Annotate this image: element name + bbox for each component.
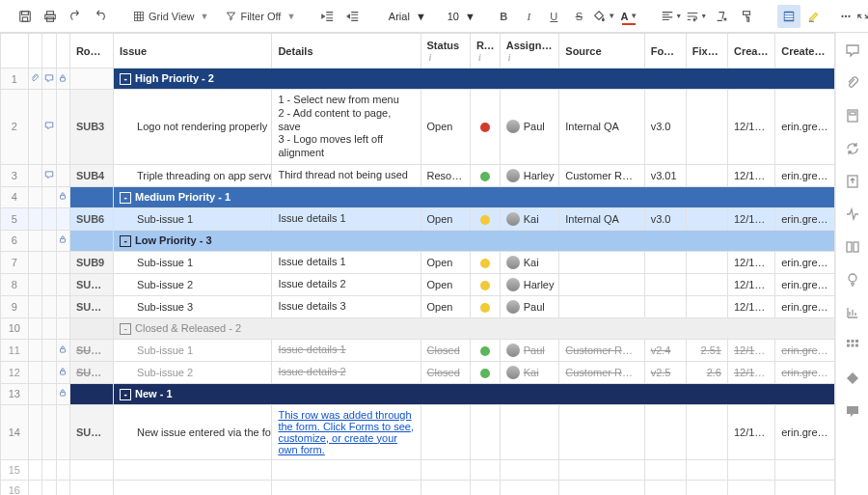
col-details[interactable]: Details [272, 34, 420, 69]
table-row[interactable]: 7SUB9Sub-issue 1Issue details 1OpenKai12… [1, 251, 835, 273]
found-in-cell[interactable] [644, 404, 686, 459]
expand-icon[interactable]: - [120, 389, 131, 400]
chart-icon[interactable] [843, 303, 862, 322]
assigned-cell[interactable]: Paul [500, 295, 559, 317]
align-button[interactable]: ▼ [660, 5, 683, 28]
created-by-cell[interactable]: erin.greunke@ [775, 295, 835, 317]
created-by-cell[interactable]: erin.greunke@ [775, 339, 835, 361]
section-row[interactable]: 1-High Priority - 2 [1, 69, 835, 90]
ryg-cell[interactable] [470, 339, 500, 361]
created-cell[interactable]: 12/12/19 7 [727, 90, 774, 165]
status-cell[interactable]: Open [420, 295, 470, 317]
section-row[interactable]: 4-Medium Priority - 1 [1, 186, 835, 207]
fixed-in-cell[interactable]: 2.51 [686, 339, 727, 361]
clear-format-button[interactable] [710, 5, 733, 28]
fixed-in-cell[interactable] [686, 207, 727, 230]
comments-icon[interactable] [843, 41, 862, 60]
col-source[interactable]: Source [559, 34, 644, 69]
issue-cell[interactable]: Triple threading on app servers [114, 164, 272, 186]
source-cell[interactable]: Customer Reported [559, 339, 644, 361]
font-size-dropdown[interactable]: 10 ▼ [444, 8, 478, 25]
status-cell[interactable]: Open [420, 273, 470, 295]
source-cell[interactable]: Customer Reported [559, 164, 644, 186]
created-by-cell[interactable]: erin.greunke@ [775, 273, 835, 295]
details-cell[interactable]: Third thread not being used [272, 164, 420, 186]
font-family-dropdown[interactable]: Arial ▼ [378, 8, 436, 25]
assigned-cell[interactable]: Harley [500, 164, 559, 186]
sheet[interactable]: Row ID Issue Details Statusi RYGi Assign… [0, 33, 835, 495]
apps-icon[interactable] [843, 336, 862, 355]
empty-row[interactable]: 15 [1, 459, 835, 480]
col-fixed-in[interactable]: Fixed In [686, 34, 727, 69]
found-in-cell[interactable]: v3.01 [644, 164, 686, 186]
section-row[interactable]: 10-Closed & Released - 2 [1, 317, 835, 339]
fixed-in-cell[interactable] [686, 295, 727, 317]
source-cell[interactable] [559, 251, 644, 273]
col-created[interactable]: Created [727, 34, 774, 69]
fixed-in-cell[interactable] [686, 164, 727, 186]
activity-icon[interactable] [843, 205, 862, 224]
highlight-button[interactable] [802, 5, 826, 28]
text-color-button[interactable]: A ▼ [617, 5, 640, 28]
status-cell[interactable]: Open [420, 90, 470, 165]
grid-view-dropdown[interactable]: Grid View ▼ [125, 8, 216, 25]
created-cell[interactable]: 12/12/19 7 [727, 361, 774, 383]
ryg-cell[interactable] [470, 273, 500, 295]
fixed-in-cell[interactable] [686, 251, 727, 273]
col-issue[interactable]: Issue [114, 34, 272, 69]
found-in-cell[interactable]: v2.5 [644, 361, 686, 383]
table-row[interactable]: 5SUB6Sub-issue 1Issue details 1OpenKaiIn… [1, 207, 835, 230]
tag-icon[interactable] [843, 369, 862, 388]
assigned-cell[interactable]: Paul [500, 339, 559, 361]
assigned-cell[interactable]: Kai [500, 207, 559, 230]
issue-cell[interactable]: Sub-issue 1 [114, 207, 272, 230]
italic-button[interactable]: I [517, 5, 540, 28]
outdent-button[interactable] [316, 5, 339, 28]
table-row[interactable]: 14SUB16New issue entered via the formThi… [1, 404, 835, 459]
save-button[interactable] [14, 5, 37, 28]
created-cell[interactable]: 12/12/19 7 [727, 251, 774, 273]
source-cell[interactable] [559, 404, 644, 459]
status-cell[interactable]: Closed [420, 361, 470, 383]
issue-cell[interactable]: Sub-issue 1 [114, 251, 272, 273]
created-by-cell[interactable]: erin.greunke@ [775, 207, 835, 230]
ryg-cell[interactable] [470, 404, 500, 459]
tips-icon[interactable] [843, 270, 862, 289]
issue-cell[interactable]: Sub-issue 2 [114, 273, 272, 295]
col-status[interactable]: Statusi [420, 34, 470, 69]
col-row-id[interactable]: Row ID [69, 34, 113, 69]
conditional-format-button[interactable] [777, 5, 800, 28]
assigned-cell[interactable]: Harley [500, 273, 559, 295]
ryg-cell[interactable] [470, 90, 500, 165]
col-found-in[interactable]: Found In [644, 34, 686, 69]
found-in-cell[interactable]: v2.4 [644, 339, 686, 361]
expand-icon[interactable]: - [120, 235, 131, 247]
ryg-cell[interactable] [470, 207, 500, 230]
expand-icon[interactable]: - [120, 73, 131, 85]
status-cell[interactable]: Open [420, 251, 470, 273]
ryg-cell[interactable] [470, 251, 500, 273]
source-cell[interactable]: Internal QA [559, 90, 644, 165]
print-button[interactable] [39, 5, 62, 28]
underline-button[interactable]: U [542, 5, 565, 28]
format-painter-button[interactable] [735, 5, 758, 28]
collapse-button[interactable] [856, 5, 868, 28]
issue-cell[interactable]: Logo not rendering properly in IE [114, 90, 272, 165]
table-row[interactable]: 12SUB14Sub-issue 2Issue details 2ClosedK… [1, 361, 835, 383]
found-in-cell[interactable]: v3.0 [644, 90, 686, 165]
section-row[interactable]: 13-New - 1 [1, 383, 835, 404]
details-cell[interactable]: Issue details 2 [272, 273, 420, 295]
created-by-cell[interactable]: erin.greunke@ [775, 361, 835, 383]
details-cell[interactable]: Issue details 2 [272, 361, 420, 383]
details-cell[interactable]: Issue details 1 [272, 339, 420, 361]
issue-cell[interactable]: Sub-issue 3 [114, 295, 272, 317]
details-cell[interactable]: Issue details 1 [272, 207, 420, 230]
col-assigned[interactable]: Assigned Toi [500, 34, 559, 69]
issue-cell[interactable]: Sub-issue 2 [114, 361, 272, 383]
assigned-cell[interactable] [500, 404, 559, 459]
status-cell[interactable]: Open [420, 207, 470, 230]
section-row[interactable]: 6-Low Priority - 3 [1, 230, 835, 251]
fixed-in-cell[interactable] [686, 404, 727, 459]
assigned-cell[interactable]: Kai [500, 251, 559, 273]
details-cell[interactable]: Issue details 1 [272, 251, 420, 273]
